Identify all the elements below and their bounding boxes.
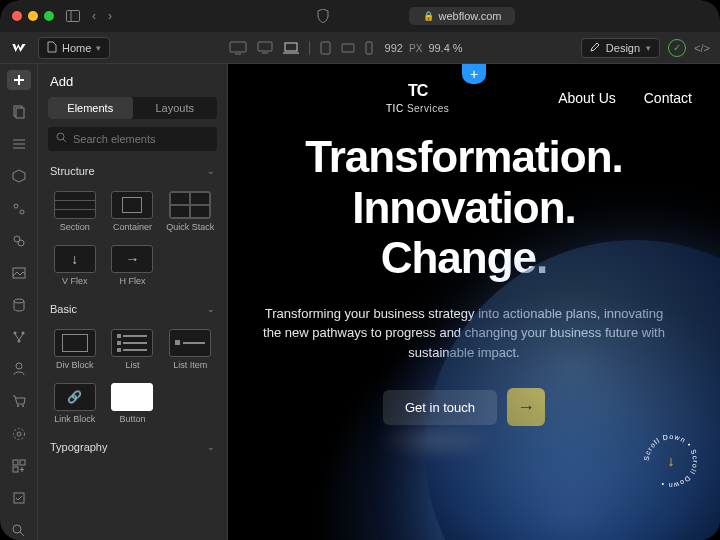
element-section[interactable]: Section xyxy=(46,185,104,239)
users-icon[interactable] xyxy=(7,359,31,379)
arrow-down-icon: ↓ xyxy=(668,453,675,469)
basic-elements: Div Block List List Item 🔗Link Block But… xyxy=(38,321,227,435)
element-v-flex[interactable]: ↓V Flex xyxy=(46,239,104,293)
svg-point-38 xyxy=(13,525,21,533)
logic-icon[interactable] xyxy=(7,327,31,347)
page-selector-button[interactable]: Home ▾ xyxy=(38,37,110,59)
element-button[interactable]: Button xyxy=(104,377,162,431)
svg-rect-34 xyxy=(13,467,18,472)
element-container[interactable]: Container xyxy=(104,185,162,239)
svg-rect-2 xyxy=(230,42,246,52)
scroll-down-badge[interactable]: Scroll Down • Scroll Down • ↓ xyxy=(642,432,700,490)
pencil-icon xyxy=(590,42,600,54)
minimize-window-icon[interactable] xyxy=(28,11,38,21)
desktop-icon[interactable] xyxy=(257,41,273,54)
element-h-flex[interactable]: →H Flex xyxy=(104,239,162,293)
search-elements-field[interactable] xyxy=(73,133,211,145)
audit-icon[interactable] xyxy=(7,488,31,508)
device-breakpoints xyxy=(229,41,373,55)
structure-elements: Section Container Quick Stack ↓V Flex →H… xyxy=(38,183,227,297)
browser-chrome: ‹ › 🔒 webflow.com xyxy=(0,0,720,32)
add-panel: Add Elements Layouts Structure ⌄ Section… xyxy=(38,64,228,540)
tablet-icon[interactable] xyxy=(320,41,331,55)
mode-label: Design xyxy=(606,42,640,54)
ecommerce-icon[interactable] xyxy=(7,391,31,411)
components-icon[interactable] xyxy=(7,166,31,186)
svg-rect-9 xyxy=(342,44,354,52)
status-ok-icon[interactable]: ✓ xyxy=(668,39,686,57)
element-list-item[interactable]: List Item xyxy=(161,323,219,377)
shield-icon[interactable] xyxy=(317,9,329,23)
forward-icon[interactable]: › xyxy=(108,9,112,23)
style-selectors-icon[interactable] xyxy=(7,231,31,251)
search-icon xyxy=(56,132,67,146)
desktop-xl-icon[interactable] xyxy=(229,41,247,55)
chevron-down-icon: ⌄ xyxy=(207,304,215,314)
svg-rect-22 xyxy=(13,268,25,278)
chevron-down-icon: ▾ xyxy=(646,43,651,53)
svg-point-28 xyxy=(17,405,19,407)
svg-point-31 xyxy=(13,428,24,439)
viewport-size: 992 PX 99.4 % xyxy=(385,42,463,54)
brand[interactable]: TC TIC Services xyxy=(386,82,449,114)
nav-contact[interactable]: Contact xyxy=(644,90,692,106)
lock-icon: 🔒 xyxy=(423,11,434,21)
add-panel-title: Add xyxy=(38,64,227,97)
element-link-block[interactable]: 🔗Link Block xyxy=(46,377,104,431)
nav-about[interactable]: About Us xyxy=(558,90,616,106)
search-icon[interactable] xyxy=(7,520,31,540)
url-bar[interactable]: 🔒 webflow.com xyxy=(409,7,516,25)
search-elements-input[interactable] xyxy=(48,127,217,151)
traffic-lights xyxy=(12,11,54,21)
design-canvas[interactable]: + TC TIC Services About Us Contact Trans… xyxy=(228,64,720,540)
variables-icon[interactable] xyxy=(7,199,31,219)
svg-point-19 xyxy=(20,210,24,214)
left-rail xyxy=(0,64,38,540)
chevron-down-icon: ▾ xyxy=(96,43,101,53)
laptop-icon[interactable] xyxy=(283,42,299,54)
svg-point-23 xyxy=(14,299,24,303)
tab-layouts[interactable]: Layouts xyxy=(133,97,218,119)
svg-rect-14 xyxy=(16,108,24,118)
maximize-window-icon[interactable] xyxy=(44,11,54,21)
element-quick-stack[interactable]: Quick Stack xyxy=(161,185,219,239)
svg-rect-0 xyxy=(67,11,80,22)
apps-icon[interactable] xyxy=(7,456,31,476)
section-typography-header[interactable]: Typography ⌄ xyxy=(38,435,227,459)
add-elements-icon[interactable] xyxy=(7,70,31,90)
svg-point-29 xyxy=(22,405,24,407)
pages-icon[interactable] xyxy=(7,102,31,122)
svg-rect-4 xyxy=(258,42,272,51)
webflow-logo-icon[interactable] xyxy=(10,39,28,57)
element-list[interactable]: List xyxy=(104,323,162,377)
cta-button[interactable]: Get in touch xyxy=(383,390,497,425)
code-icon[interactable]: </> xyxy=(694,42,710,54)
mode-switch-button[interactable]: Design ▾ xyxy=(581,38,660,58)
svg-point-30 xyxy=(17,432,21,436)
element-div-block[interactable]: Div Block xyxy=(46,323,104,377)
cms-icon[interactable] xyxy=(7,295,31,315)
mobile-icon[interactable] xyxy=(365,41,373,55)
section-basic-header[interactable]: Basic ⌄ xyxy=(38,297,227,321)
svg-rect-8 xyxy=(321,42,330,54)
cloud-decoration xyxy=(376,420,496,460)
back-icon[interactable]: ‹ xyxy=(92,9,96,23)
svg-rect-33 xyxy=(20,460,25,465)
chevron-down-icon: ⌄ xyxy=(207,442,215,452)
sidebar-toggle-icon[interactable] xyxy=(66,10,80,22)
page-name: Home xyxy=(62,42,91,54)
mobile-landscape-icon[interactable] xyxy=(341,43,355,53)
tab-elements[interactable]: Elements xyxy=(48,97,133,119)
page-icon xyxy=(47,41,57,55)
settings-icon[interactable] xyxy=(7,424,31,444)
navigator-icon[interactable] xyxy=(7,134,31,154)
svg-rect-37 xyxy=(14,493,24,503)
close-window-icon[interactable] xyxy=(12,11,22,21)
assets-icon[interactable] xyxy=(7,263,31,283)
svg-point-21 xyxy=(18,240,24,246)
section-structure-header[interactable]: Structure ⌄ xyxy=(38,159,227,183)
editor-toolbar: Home ▾ 992 PX 99.4 % Design ▾ ✓ </> xyxy=(0,32,720,64)
svg-point-18 xyxy=(14,204,18,208)
selected-element-badge[interactable]: + xyxy=(462,64,486,84)
svg-line-41 xyxy=(63,139,66,142)
